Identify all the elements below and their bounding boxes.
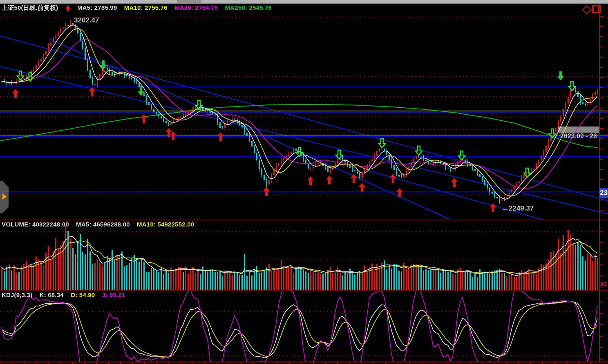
volume-ma10-value: MA10: 54922552.00 — [137, 221, 194, 228]
volume-ma5-value: MA5: 46596288.00 — [76, 221, 130, 228]
chart-canvas[interactable] — [0, 0, 608, 364]
zoom-factor-label: X1 — [600, 281, 607, 287]
symbol-title: 上证50(日线.前复权) — [2, 4, 58, 11]
top-scroll-strip[interactable] — [0, 0, 608, 4]
trendline-range-label: 2623.09 - 26 — [560, 133, 599, 140]
kdj-params: KDJ(9,3,3) — [2, 291, 32, 298]
kdj-d-value: D: 54.90 — [71, 291, 95, 298]
window-restore-icon[interactable] — [592, 5, 601, 13]
ma5-value: MA5: 2785.99 — [77, 4, 117, 11]
high-price-label: 3202.47 — [74, 16, 99, 24]
up-arrow-icon — [65, 5, 70, 9]
scroll-thumb[interactable] — [177, 0, 201, 3]
low-price-label: ←2249.37 — [502, 204, 534, 213]
ma20-value: MA20: 2754.75 — [174, 4, 218, 11]
kdj-j-value: J: 95.21 — [102, 291, 125, 298]
volume-value: VOLUME: 40322248.00 — [2, 221, 69, 228]
volume-header: VOLUME: 40322248.00 MA5: 46596288.00 MA1… — [2, 221, 199, 228]
kdj-k-value: K: 68.34 — [40, 291, 64, 298]
main-chart-header: 上证50(日线.前复权) MA5: 2785.99 MA10: 2755.76 … — [2, 4, 277, 12]
ma250-value: MA250: 2545.76 — [225, 4, 272, 11]
price-axis-badge: 23 — [599, 188, 608, 198]
trading-app-window: 上证50(日线.前复权) MA5: 2785.99 MA10: 2755.76 … — [0, 0, 608, 364]
expand-arrow-icon — [2, 193, 7, 200]
kdj-header: KDJ(9,3,3) K: 68.34 D: 54.90 J: 95.21 — [2, 291, 130, 298]
ma10-value: MA10: 2755.76 — [124, 4, 168, 11]
